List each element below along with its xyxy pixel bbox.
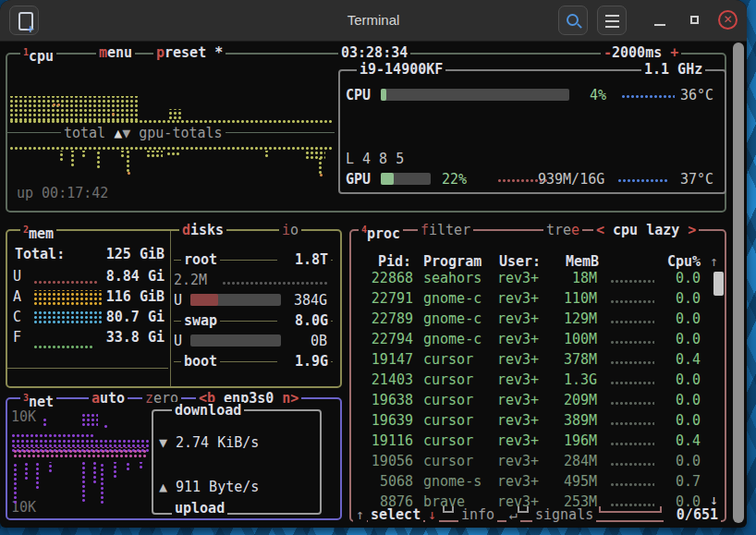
col-header-mem[interactable]: MemB: [566, 253, 599, 270]
terminal-scrollbar[interactable]: [733, 43, 744, 523]
menu-toggle[interactable]: menu: [96, 44, 135, 61]
net-graph-col: [48, 462, 54, 473]
table-row[interactable]: 5068gnome-srev3+495M0.7: [349, 473, 721, 492]
col-header-cpu[interactable]: Cpu%: [647, 253, 701, 270]
proc-scroll-thumb[interactable]: [713, 272, 724, 296]
net-graph-col: [81, 414, 98, 427]
disk-root-size: 1.8T: [277, 251, 331, 268]
selected-count: 0/651: [664, 506, 721, 523]
preset-toggle[interactable]: preset *: [153, 44, 226, 61]
gpu-temp-graph: [617, 178, 669, 183]
select-up-icon[interactable]: ↑: [353, 506, 367, 523]
info-button[interactable]: info: [458, 506, 497, 523]
graph-mode-switch[interactable]: total ▲▼ gpu-totals: [61, 125, 226, 141]
net-graph-col: [43, 418, 47, 427]
gpu-graph-accent: [319, 173, 323, 177]
table-row[interactable]: 19056cursorrev3+284M0.0: [349, 453, 721, 471]
titlebar[interactable]: + Terminal ✕: [0, 0, 747, 42]
down-triangle-icon[interactable]: ▼: [122, 125, 130, 141]
up-triangle-icon[interactable]: ▲: [114, 125, 122, 141]
sort-mode: cpu lazy: [613, 222, 679, 238]
gpu-graph-col: [81, 151, 87, 158]
col-header-user[interactable]: User:: [499, 253, 541, 270]
select-down-icon[interactable]: ↓: [425, 506, 439, 523]
load-average: L 4 8 5: [346, 151, 404, 167]
close-button[interactable]: ✕: [713, 6, 743, 35]
download-speed: 2.74 KiB/s: [176, 434, 259, 451]
table-row[interactable]: 19638cursorrev3+209M0.0: [349, 392, 721, 410]
clock: 03:28:34: [338, 44, 410, 61]
window-title: Terminal: [0, 12, 747, 28]
proc-box-title: 4proc: [359, 222, 403, 242]
table-row[interactable]: 22789gnome-crev3+129M0.0: [349, 310, 721, 329]
table-row[interactable]: 19116cursorrev3+196M0.4: [349, 432, 721, 451]
col-header-program[interactable]: Program: [423, 253, 482, 270]
iface-next-button[interactable]: n>: [282, 390, 299, 407]
menu-button[interactable]: [597, 6, 627, 35]
net-graph-col: [113, 462, 118, 479]
table-row[interactable]: 22794gnome-crev3+100M0.0: [349, 331, 721, 349]
sort-next-button[interactable]: >: [688, 222, 696, 238]
net-graph-col: [139, 462, 144, 469]
mem-used-value: 8.84 Gi: [92, 268, 165, 285]
disk-root-name: root: [181, 251, 220, 268]
interval-minus-button[interactable]: -: [604, 44, 612, 61]
cpu-model: i9-14900KF: [357, 61, 445, 78]
disk-boot-size: 1.9G: [277, 353, 331, 370]
select-label[interactable]: select: [368, 506, 423, 523]
gpu-row-label: GPU: [346, 171, 371, 188]
mem-used-key: U: [13, 268, 21, 285]
download-title: download: [172, 402, 244, 419]
close-icon: ✕: [718, 10, 738, 30]
disk-swap-used: 0B: [287, 333, 327, 349]
mem-free-graph: [33, 344, 92, 349]
mem-footer-line: [7, 368, 168, 369]
search-button[interactable]: [558, 6, 588, 35]
io-toggle[interactable]: io: [279, 222, 301, 238]
net-auto-toggle[interactable]: auto: [89, 390, 128, 407]
cpu-temp: 36°C: [680, 87, 713, 103]
gpu-usage-meter: [381, 173, 431, 185]
cpu-graph-accent: [52, 102, 61, 107]
net-graph-band-accent: [13, 447, 148, 458]
minimize-button[interactable]: [645, 6, 675, 35]
footer-divider: [599, 506, 662, 513]
gpu-graph-col: [96, 151, 102, 169]
cpu-row-label: CPU: [346, 87, 371, 103]
table-row[interactable]: 22791gnome-crev3+110M0.0: [349, 290, 721, 309]
footer-divider: [518, 506, 529, 513]
gpu-graph-col: [166, 151, 179, 156]
sort-direction-icon[interactable]: ↑: [710, 253, 718, 270]
terminal-window: + Terminal ✕ 1cpu menu preset * 03:28:34…: [0, 0, 747, 528]
net-graph-col: [24, 462, 30, 480]
gpu-graph-col: [126, 151, 131, 173]
sort-prev-button[interactable]: <: [596, 222, 604, 238]
net-graph-col: [13, 462, 18, 505]
minimize-icon: [654, 24, 665, 26]
upload-speed: 911 Byte/s: [176, 479, 259, 495]
cpu-graph-baseline: [9, 118, 333, 124]
interval-plus-button[interactable]: +: [670, 44, 678, 61]
mem-avail-graph: [33, 290, 102, 306]
maximize-button[interactable]: [680, 6, 710, 35]
maximize-icon: [690, 16, 699, 24]
cpu-usage-meter: [381, 89, 569, 101]
table-row[interactable]: 21403cursorrev3+1.3G0.0: [349, 371, 721, 390]
signals-button[interactable]: signals: [532, 506, 596, 523]
mem-cached-graph: [33, 310, 102, 324]
table-row[interactable]: 19147cursorrev3+378M0.4: [349, 351, 721, 370]
tree-toggle[interactable]: tree: [543, 222, 582, 238]
cpu-usage-pct: 4%: [582, 87, 606, 103]
disk-root-used-key: U: [174, 292, 182, 309]
footer-divider: [443, 506, 454, 513]
gpu-graph-col: [146, 151, 163, 158]
filter-toggle[interactable]: filter: [418, 222, 473, 238]
sort-selector[interactable]: < cpu lazy >: [593, 222, 699, 238]
col-header-pid[interactable]: Pid:: [356, 253, 411, 270]
disks-toggle[interactable]: disks: [179, 222, 226, 238]
table-row[interactable]: 22868seahorsrev3+18M0.0: [349, 270, 721, 288]
uptime: up 00:17:42: [17, 185, 108, 201]
table-row[interactable]: 19639cursorrev3+389M0.0: [349, 412, 721, 431]
net-graph-col: [35, 462, 41, 490]
gpu-graph-col: [70, 151, 76, 167]
